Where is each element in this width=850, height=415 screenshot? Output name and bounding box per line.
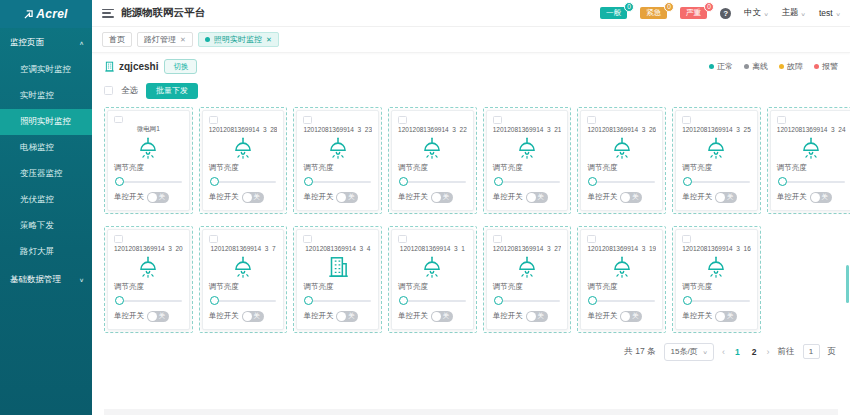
- card-checkbox[interactable]: [303, 116, 312, 124]
- card-checkbox[interactable]: [493, 116, 502, 124]
- device-card[interactable]: 12012081369914_3_26 调节亮度: [580, 110, 663, 211]
- card-checkbox[interactable]: [114, 235, 123, 243]
- switch-toggle[interactable]: 关: [147, 192, 169, 203]
- card-checkbox[interactable]: [398, 235, 407, 243]
- slider-knob[interactable]: [683, 296, 692, 305]
- device-card[interactable]: 12012081369914_3_25 调节亮度: [675, 110, 758, 211]
- alarm-badge-critical[interactable]: 严重 0: [680, 7, 707, 19]
- sidebar-section-basic-data[interactable]: 基础数据管理 ∨: [0, 265, 92, 294]
- switch-project-button[interactable]: 切换: [164, 59, 197, 74]
- card-checkbox[interactable]: [587, 116, 596, 124]
- switch-toggle[interactable]: 关: [715, 311, 737, 322]
- switch-toggle[interactable]: 关: [431, 311, 453, 322]
- brightness-slider[interactable]: [494, 296, 561, 305]
- batch-dispatch-button[interactable]: 批量下发: [146, 83, 198, 99]
- card-checkbox[interactable]: [493, 235, 502, 243]
- sidebar-item-lighting-monitoring[interactable]: 照明实时监控: [0, 109, 92, 135]
- slider-knob[interactable]: [210, 177, 219, 186]
- switch-toggle[interactable]: 关: [526, 311, 548, 322]
- card-checkbox[interactable]: [682, 116, 691, 124]
- sidebar-item-transformer-monitoring[interactable]: 变压器监控: [0, 161, 92, 187]
- horizontal-scrollbar[interactable]: [104, 409, 838, 415]
- brightness-slider[interactable]: [399, 296, 466, 305]
- page-number-2[interactable]: 2: [750, 347, 759, 357]
- device-card[interactable]: 12012081369914_3_20 调节亮度: [107, 229, 190, 330]
- card-checkbox[interactable]: [303, 235, 312, 243]
- brightness-slider[interactable]: [210, 177, 277, 186]
- slider-knob[interactable]: [115, 296, 124, 305]
- switch-toggle[interactable]: 关: [147, 311, 169, 322]
- alarm-badge-general[interactable]: 一般 0: [600, 7, 627, 19]
- user-dropdown[interactable]: test ∨: [819, 8, 840, 18]
- device-card[interactable]: 12012081369914_3_4 调节亮度: [296, 229, 379, 330]
- slider-knob[interactable]: [588, 177, 597, 186]
- device-card[interactable]: 12012081369914_3_28 调节亮度: [202, 110, 285, 211]
- brightness-slider[interactable]: [683, 296, 750, 305]
- device-card[interactable]: 12012081369914_3_7 调节亮度: [202, 229, 285, 330]
- brightness-slider[interactable]: [304, 296, 371, 305]
- slider-knob[interactable]: [399, 296, 408, 305]
- close-icon[interactable]: ✕: [180, 36, 186, 43]
- device-card[interactable]: 12012081369914_3_21 调节亮度: [486, 110, 569, 211]
- brightness-slider[interactable]: [115, 177, 182, 185]
- slider-knob[interactable]: [399, 177, 408, 186]
- menu-collapse-icon[interactable]: [102, 9, 114, 18]
- switch-toggle[interactable]: 关: [526, 192, 548, 203]
- switch-toggle[interactable]: 关: [431, 192, 453, 203]
- card-checkbox[interactable]: [209, 235, 218, 243]
- prev-page-button[interactable]: ‹: [722, 347, 725, 357]
- device-card[interactable]: 12012081369914_3_23 调节亮度: [296, 110, 379, 211]
- language-dropdown[interactable]: 中文 ∨: [744, 7, 768, 19]
- slider-knob[interactable]: [683, 177, 692, 186]
- switch-toggle[interactable]: 关: [336, 192, 358, 203]
- device-card[interactable]: 微电网1 调节亮度: [107, 110, 190, 211]
- switch-toggle[interactable]: 关: [715, 192, 737, 203]
- brightness-slider[interactable]: [588, 177, 655, 186]
- brightness-slider[interactable]: [115, 296, 182, 305]
- slider-knob[interactable]: [778, 177, 787, 186]
- device-card[interactable]: 12012081369914_3_22 调节亮度: [391, 110, 474, 211]
- card-checkbox[interactable]: [209, 116, 218, 124]
- card-checkbox[interactable]: [114, 116, 123, 124]
- card-checkbox[interactable]: [777, 116, 786, 124]
- tab-home[interactable]: 首页: [102, 32, 132, 47]
- tab-streetlight-mgmt[interactable]: 路灯管理 ✕: [137, 32, 193, 47]
- slider-knob[interactable]: [588, 296, 597, 305]
- select-all-checkbox[interactable]: [104, 86, 113, 95]
- switch-toggle[interactable]: 关: [620, 192, 642, 203]
- device-card[interactable]: 12012081369914_3_16 调节亮度: [675, 229, 758, 330]
- brightness-slider[interactable]: [210, 296, 277, 305]
- device-card[interactable]: 12012081369914_3_24 调节亮度: [770, 110, 850, 211]
- sidebar-item-strategy-dispatch[interactable]: 策略下发: [0, 213, 92, 239]
- sidebar-item-pv-monitoring[interactable]: 光伏监控: [0, 187, 92, 213]
- switch-toggle[interactable]: 关: [242, 311, 264, 322]
- slider-knob[interactable]: [494, 177, 503, 186]
- brightness-slider[interactable]: [399, 177, 466, 186]
- alarm-badge-urgent[interactable]: 紧急 0: [640, 7, 667, 19]
- switch-toggle[interactable]: 关: [810, 192, 832, 203]
- switch-toggle[interactable]: 关: [336, 311, 358, 322]
- vertical-scrollbar-thumb[interactable]: [846, 265, 849, 303]
- slider-knob[interactable]: [210, 296, 219, 305]
- sidebar-item-realtime-monitoring[interactable]: 实时监控: [0, 83, 92, 109]
- device-card[interactable]: 12012081369914_3_27 调节亮度: [486, 229, 569, 330]
- slider-knob[interactable]: [115, 177, 124, 186]
- goto-page-input[interactable]: 1: [803, 344, 820, 359]
- help-icon[interactable]: ?: [720, 8, 731, 19]
- device-card[interactable]: 12012081369914_3_19 调节亮度: [580, 229, 663, 330]
- sidebar-section-monitoring[interactable]: 监控页面 ∧: [0, 28, 92, 57]
- device-card[interactable]: 12012081369914_3_1 调节亮度: [391, 229, 474, 330]
- theme-dropdown[interactable]: 主题 ∨: [781, 7, 805, 19]
- brightness-slider[interactable]: [778, 177, 845, 186]
- card-checkbox[interactable]: [587, 235, 596, 243]
- brightness-slider[interactable]: [683, 177, 750, 186]
- tab-lighting-monitoring[interactable]: 照明实时监控 ✕: [198, 32, 279, 47]
- sidebar-item-elevator-monitoring[interactable]: 电梯监控: [0, 135, 92, 161]
- brightness-slider[interactable]: [588, 296, 655, 305]
- close-icon[interactable]: ✕: [266, 36, 272, 43]
- page-size-select[interactable]: 15条/页 ∨: [664, 343, 715, 361]
- brightness-slider[interactable]: [304, 177, 371, 186]
- next-page-button[interactable]: ›: [767, 347, 770, 357]
- slider-knob[interactable]: [304, 296, 313, 305]
- page-number-1[interactable]: 1: [733, 347, 742, 357]
